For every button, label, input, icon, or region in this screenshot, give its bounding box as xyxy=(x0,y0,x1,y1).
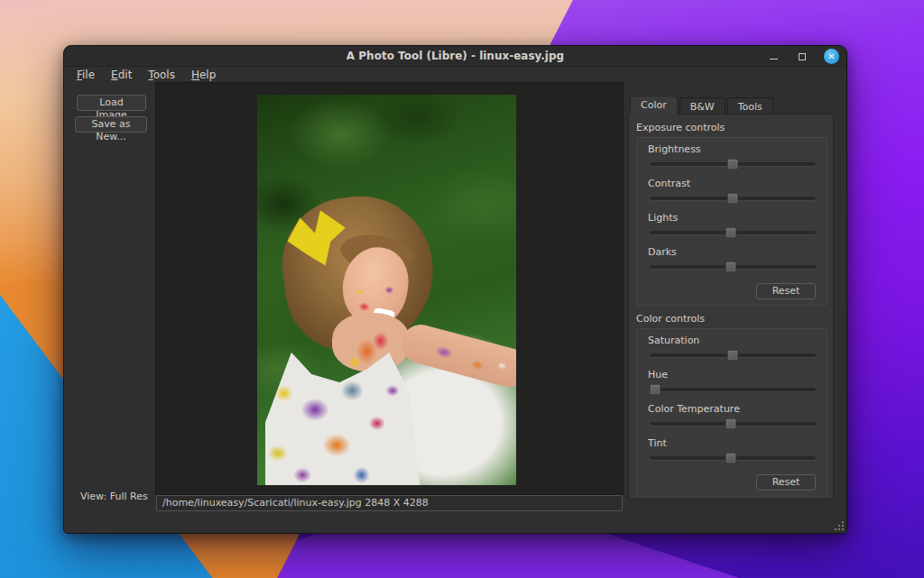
color-tab-pane: Exposure controls Brightness Contrast Li… xyxy=(628,114,834,500)
brightness-slider-row: Brightness xyxy=(648,143,818,166)
tint-slider-row: Tint xyxy=(648,437,818,460)
maximize-icon xyxy=(799,53,806,60)
maximize-button[interactable] xyxy=(795,50,809,64)
color-reset-button[interactable]: Reset xyxy=(756,474,816,491)
contrast-slider-row: Contrast xyxy=(648,178,818,200)
exposure-reset-button[interactable]: Reset xyxy=(756,283,816,299)
contrast-slider[interactable] xyxy=(650,197,816,200)
hue-slider[interactable] xyxy=(650,388,816,391)
save-as-new-button[interactable]: Save as New... xyxy=(75,116,147,133)
lights-slider-row: Lights xyxy=(648,212,818,234)
tab-color[interactable]: Color xyxy=(630,96,678,115)
load-image-button[interactable]: Load Image xyxy=(77,95,146,111)
color-controls-group: Saturation Hue Color Temperature Tint xyxy=(636,328,827,497)
image-canvas[interactable] xyxy=(155,82,624,495)
saturation-slider-handle[interactable] xyxy=(727,350,739,362)
window-content: Load Image Save as New... View: Full Res xyxy=(64,82,846,533)
minimize-button[interactable] xyxy=(766,50,781,64)
brightness-label: Brightness xyxy=(648,143,818,155)
tint-slider[interactable] xyxy=(650,456,816,460)
color-temperature-slider[interactable] xyxy=(650,422,816,426)
saturation-slider-row: Saturation xyxy=(648,335,818,357)
color-temperature-slider-row: Color Temperature xyxy=(648,403,818,426)
window-title: A Photo Tool (Libre) - linux-easy.jpg xyxy=(64,50,846,62)
saturation-label: Saturation xyxy=(648,335,818,346)
menu-edit[interactable]: Edit xyxy=(104,68,139,82)
file-path-field[interactable]: /home/linuxeasy/Scaricati/linux-easy.jpg… xyxy=(156,495,623,511)
lights-slider-handle[interactable] xyxy=(725,227,737,239)
view-mode-label: View: Full Res xyxy=(80,491,148,502)
color-controls-title: Color controls xyxy=(636,313,833,325)
close-icon: ✕ xyxy=(827,51,835,60)
window-controls: ✕ xyxy=(766,46,839,67)
photo-preview xyxy=(257,95,516,485)
darks-slider-handle[interactable] xyxy=(725,261,737,273)
photo-vignette xyxy=(257,95,516,485)
color-temperature-slider-handle[interactable] xyxy=(725,418,737,430)
contrast-label: Contrast xyxy=(648,178,818,189)
exposure-controls-title: Exposure controls xyxy=(636,122,833,133)
hue-label: Hue xyxy=(648,369,818,381)
exposure-reset-row: Reset xyxy=(637,280,827,299)
saturation-slider[interactable] xyxy=(650,353,816,357)
minimize-icon xyxy=(770,59,778,60)
lights-slider[interactable] xyxy=(650,231,816,234)
hue-slider-row: Hue xyxy=(648,369,818,391)
color-reset-row: Reset xyxy=(637,472,827,491)
tint-label: Tint xyxy=(648,437,818,449)
resize-grip[interactable] xyxy=(835,521,844,530)
darks-label: Darks xyxy=(648,246,818,258)
panel-tabstrip: Color B&W Tools xyxy=(630,96,775,115)
darks-slider[interactable] xyxy=(650,265,816,269)
tab-tools[interactable]: Tools xyxy=(727,97,773,115)
menubar: File Edit Tools Help xyxy=(64,67,846,82)
titlebar[interactable]: A Photo Tool (Libre) - linux-easy.jpg ✕ xyxy=(64,46,846,67)
darks-slider-row: Darks xyxy=(648,246,818,269)
lights-label: Lights xyxy=(648,212,818,224)
app-window: A Photo Tool (Libre) - linux-easy.jpg ✕ … xyxy=(63,45,847,534)
color-temperature-label: Color Temperature xyxy=(648,403,818,415)
tab-bw[interactable]: B&W xyxy=(679,97,725,115)
desktop-wallpaper: A Photo Tool (Libre) - linux-easy.jpg ✕ … xyxy=(0,0,924,578)
close-button[interactable]: ✕ xyxy=(824,49,839,64)
brightness-slider-handle[interactable] xyxy=(727,159,739,170)
tint-slider-handle[interactable] xyxy=(725,453,737,464)
exposure-controls-group: Brightness Contrast Lights Darks xyxy=(636,137,827,306)
menu-help[interactable]: Help xyxy=(184,68,223,82)
menu-file[interactable]: File xyxy=(69,68,102,82)
brightness-slider[interactable] xyxy=(650,162,816,166)
hue-slider-handle[interactable] xyxy=(649,384,661,396)
contrast-slider-handle[interactable] xyxy=(727,193,739,205)
menu-tools[interactable]: Tools xyxy=(141,68,182,82)
